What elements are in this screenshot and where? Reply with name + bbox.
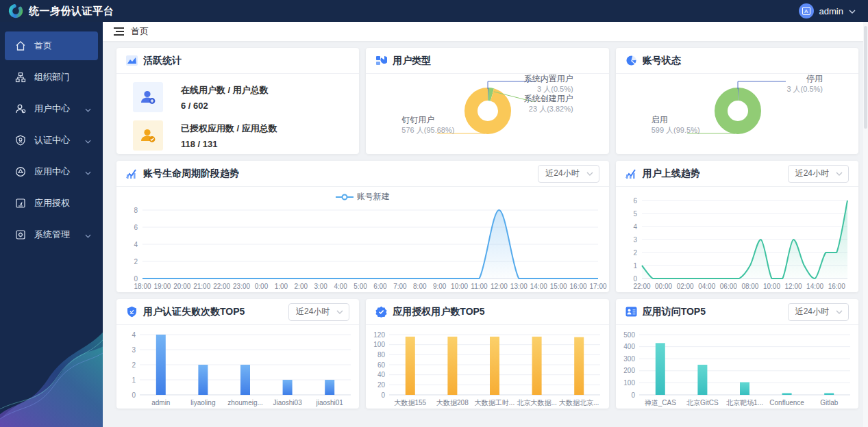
app-topbar: 统一身份认证平台 A admin bbox=[0, 0, 868, 22]
svg-text:18:00: 18:00 bbox=[134, 283, 151, 290]
sidebar-item-label: 应用中心 bbox=[34, 166, 77, 178]
sidebar-item-label: 应用授权 bbox=[34, 197, 91, 209]
time-range-select[interactable]: 近24小时 bbox=[788, 165, 849, 183]
menu-icon bbox=[15, 72, 26, 83]
pie-chart-icon bbox=[625, 55, 637, 66]
card-online-trend: 用户上线趋势 近24小时 012345622:0000:0002:0004:00… bbox=[616, 161, 858, 292]
svg-text:23:00: 23:00 bbox=[233, 283, 250, 290]
svg-text:4: 4 bbox=[132, 331, 136, 339]
svg-text:13:00: 13:00 bbox=[510, 283, 528, 290]
sidebar-collapse-icon[interactable] bbox=[114, 27, 124, 36]
chevron-down-icon bbox=[336, 308, 343, 315]
time-range-select[interactable]: 近24小时 bbox=[288, 303, 349, 321]
svg-text:9:00: 9:00 bbox=[433, 283, 447, 290]
card-app-access-top5: 应用访问TOP5 近24小时 0100200300400500禅道_CAS北京G… bbox=[616, 299, 858, 409]
svg-text:16:00: 16:00 bbox=[570, 283, 587, 290]
svg-text:8:00: 8:00 bbox=[413, 283, 427, 290]
stat-value: 6 / 602 bbox=[181, 101, 269, 111]
svg-text:10:00: 10:00 bbox=[451, 283, 468, 290]
svg-text:100: 100 bbox=[623, 379, 635, 387]
app-users-icon bbox=[625, 306, 637, 318]
svg-text:300: 300 bbox=[623, 355, 635, 363]
svg-text:11:00: 11:00 bbox=[471, 283, 488, 290]
svg-text:大数据208: 大数据208 bbox=[436, 399, 469, 406]
card-account-status: 账号状态 停用3 人(0.5%)启用599 人(99.5%) bbox=[616, 48, 858, 154]
svg-text:zhoumeig...: zhoumeig... bbox=[227, 399, 263, 406]
user-check-icon bbox=[133, 120, 163, 151]
pie-slice-label: 钉钉用户576 人(95.68%) bbox=[401, 115, 454, 135]
sidebar-item-5[interactable]: 应用授权 bbox=[5, 189, 98, 218]
stat-online-users: 在线用户数 / 用户总数 6 / 602 bbox=[116, 82, 359, 112]
time-range-select[interactable]: 近24小时 bbox=[788, 303, 849, 321]
svg-text:22:00: 22:00 bbox=[213, 283, 230, 290]
sidebar-item-1[interactable]: 组织部门 bbox=[5, 63, 98, 92]
svg-text:15:00: 15:00 bbox=[550, 283, 567, 290]
svg-text:4: 4 bbox=[134, 241, 138, 248]
svg-text:admin: admin bbox=[151, 399, 170, 406]
selected-range: 近24小时 bbox=[296, 306, 330, 318]
stat-authorized-apps: 已授权应用数 / 应用总数 118 / 131 bbox=[116, 120, 359, 151]
legend-label: 账号新建 bbox=[357, 191, 390, 203]
svg-text:14:00: 14:00 bbox=[530, 283, 547, 290]
svg-text:0: 0 bbox=[631, 391, 635, 399]
svg-text:40: 40 bbox=[377, 371, 386, 378]
sidebar-item-label: 用户中心 bbox=[34, 103, 77, 115]
svg-text:14:00: 14:00 bbox=[806, 283, 823, 290]
card-title: 活跃统计 bbox=[143, 55, 349, 67]
sidebar-item-3[interactable]: 认证中心 bbox=[5, 126, 98, 155]
scrollbar[interactable] bbox=[863, 22, 868, 427]
chevron-down-icon bbox=[85, 135, 91, 146]
online-trend-line-chart: 012345622:0000:0002:0004:0006:0008:0010:… bbox=[616, 192, 858, 292]
auth-fail-bar-chart: 01234adminliyaolingzhoumeig...Jiaoshi03j… bbox=[116, 325, 359, 409]
svg-text:3: 3 bbox=[633, 236, 637, 244]
svg-text:3:00: 3:00 bbox=[314, 283, 327, 290]
svg-text:Confluence: Confluence bbox=[769, 399, 804, 406]
svg-text:6:00: 6:00 bbox=[373, 283, 387, 290]
card-title: 用户上线趋势 bbox=[643, 168, 782, 180]
svg-text:2: 2 bbox=[134, 258, 138, 266]
sidebar-item-2[interactable]: 用户中心 bbox=[5, 94, 98, 123]
chevron-down-icon bbox=[85, 104, 91, 114]
app-logo-icon bbox=[8, 3, 23, 18]
svg-text:17:00: 17:00 bbox=[589, 283, 606, 290]
svg-text:02:00: 02:00 bbox=[676, 283, 693, 290]
svg-text:21:00: 21:00 bbox=[193, 283, 210, 290]
sidebar-item-label: 组织部门 bbox=[34, 71, 91, 83]
svg-text:06:00: 06:00 bbox=[719, 283, 736, 290]
svg-text:20:00: 20:00 bbox=[173, 283, 190, 290]
card-lifecycle-trend: 账号生命周期阶段趋势 近24小时 账号新建 0246818:0019:0020:… bbox=[116, 161, 609, 292]
svg-text:北京大数据...: 北京大数据... bbox=[517, 399, 557, 406]
scrollbar-thumb[interactable] bbox=[864, 26, 867, 129]
svg-text:00:00: 00:00 bbox=[655, 283, 672, 290]
svg-text:22:00: 22:00 bbox=[633, 283, 650, 290]
svg-text:16:00: 16:00 bbox=[828, 283, 845, 290]
card-title: 账号状态 bbox=[643, 55, 849, 67]
sidebar-item-0[interactable]: 首页 bbox=[5, 31, 98, 60]
time-range-select[interactable]: 近24小时 bbox=[538, 165, 599, 183]
user-type-donut-chart: 系统内置用户3 人(0.5%)系统创建用户23 人(3.82%)钉钉用户576 … bbox=[366, 74, 608, 154]
sidebar-item-6[interactable]: 系统管理 bbox=[5, 220, 98, 249]
pie-slice-label: 系统创建用户23 人(3.82%) bbox=[524, 94, 573, 114]
svg-text:0: 0 bbox=[382, 391, 386, 399]
badge-check-icon bbox=[375, 306, 387, 318]
svg-text:2:00: 2:00 bbox=[295, 283, 308, 290]
pie-slice-label: 启用599 人(99.5%) bbox=[652, 115, 700, 135]
svg-text:大数据北京...: 大数据北京... bbox=[559, 399, 599, 406]
selected-range: 近24小时 bbox=[545, 168, 579, 179]
chart-legend[interactable]: 账号新建 bbox=[116, 191, 609, 203]
svg-text:0: 0 bbox=[633, 275, 637, 283]
card-title: 应用访问TOP5 bbox=[643, 306, 782, 318]
svg-text:禅道_CAS: 禅道_CAS bbox=[644, 399, 675, 406]
card-title: 应用授权用户数TOP5 bbox=[393, 306, 599, 318]
sidebar-item-label: 系统管理 bbox=[34, 229, 77, 241]
menu-icon bbox=[15, 166, 26, 177]
svg-text:200: 200 bbox=[623, 367, 635, 374]
user-menu[interactable]: A admin bbox=[799, 3, 868, 18]
card-auth-fail-top5: 用户认证失败次数TOP5 近24小时 01234adminliyaolingzh… bbox=[116, 299, 359, 409]
trend-chart-icon bbox=[625, 168, 637, 179]
svg-text:12:00: 12:00 bbox=[491, 283, 508, 290]
chevron-down-icon bbox=[849, 8, 856, 15]
sidebar-item-4[interactable]: 应用中心 bbox=[5, 157, 98, 186]
menu-icon bbox=[15, 229, 26, 240]
app-access-bar-chart: 0100200300400500禅道_CAS北京GitCS北京靶场1...Con… bbox=[616, 325, 858, 409]
